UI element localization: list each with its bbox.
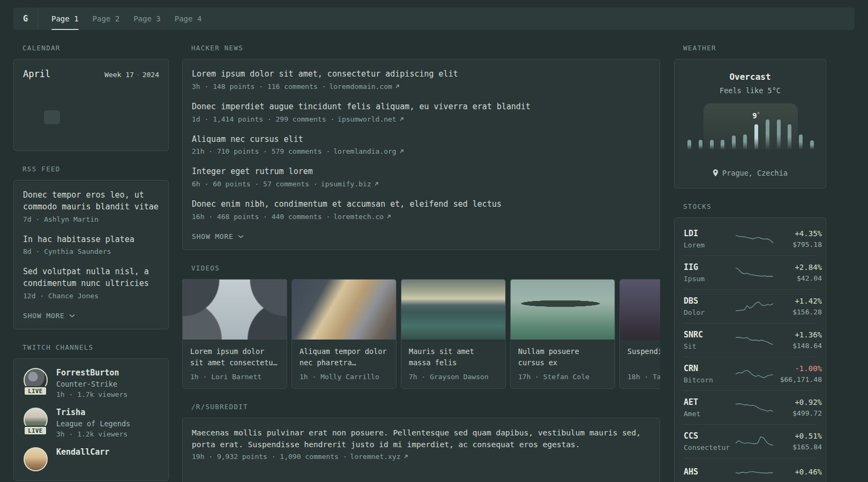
- stock-row[interactable]: LDI Lorem +4.35% $795.18: [684, 222, 817, 255]
- twitch-channel-name[interactable]: KendallCarr: [56, 447, 109, 457]
- subreddit-post-title[interactable]: Maecenas mollis pulvinar erat non posuer…: [192, 427, 650, 451]
- external-link-icon: [399, 117, 404, 122]
- calendar-day: [23, 93, 42, 107]
- video-thumbnail[interactable]: [183, 280, 287, 340]
- stock-info: LDI Lorem: [684, 229, 734, 249]
- rss-item-meta: 12d · Chance Jones: [23, 292, 159, 300]
- stock-values: +0.51% $165.84: [775, 432, 822, 451]
- videos-row: Lorem ipsum dolor sit amet consectetu… 1…: [182, 279, 660, 389]
- video-title[interactable]: Suspendisse diam: [627, 346, 660, 368]
- nav-tab[interactable]: Page 4: [168, 7, 209, 30]
- stock-row[interactable]: CCS Consectetur +0.51% $165.84: [684, 424, 817, 458]
- weather-header: WEATHER: [683, 44, 826, 52]
- stock-row[interactable]: CRN Bitcorn -1.00% $66,171.48: [684, 357, 817, 390]
- video-card[interactable]: Nullam posuere cursus ex 17h · Stefan Co…: [510, 279, 615, 389]
- chevron-down-icon: [69, 314, 75, 318]
- weather-bar-slot: [717, 103, 728, 149]
- hackernews-item-domain-link[interactable]: loremlandia.org: [333, 147, 403, 155]
- stock-row[interactable]: DBS Dolor +1.42% $156.28: [684, 289, 817, 323]
- hackernews-item-title[interactable]: Donec enim nibh, condimentum et accumsan…: [192, 199, 650, 210]
- twitch-channel-row[interactable]: LIVE Trisha League of Legends 3h · 1.2k …: [23, 408, 159, 438]
- stock-values: +0.46%: [775, 468, 822, 479]
- video-card[interactable]: Mauris sit amet massa felis 7h · Grayson…: [401, 279, 506, 389]
- hackernews-item: Donec imperdiet augue tincidunt felis al…: [192, 101, 650, 123]
- stock-row[interactable]: AET Amet +0.92% $499.72: [684, 390, 817, 424]
- hackernews-item-title[interactable]: Donec imperdiet augue tincidunt felis al…: [192, 101, 650, 113]
- twitch-channel-row[interactable]: LIVE ForrestBurton Counter-Strike 1h · 1…: [23, 368, 159, 398]
- rss-item-title[interactable]: Sed volutpat nulla nisl, a condimentum n…: [23, 266, 159, 290]
- stock-row[interactable]: AHS +0.46%: [684, 458, 817, 482]
- twitch-channel-row[interactable]: KendallCarr: [23, 447, 159, 471]
- dot-separator: ·: [136, 71, 140, 79]
- weather-bar-slot: [773, 103, 784, 149]
- sparkline-chart: [734, 298, 775, 314]
- hackernews-item: Aliquam nec cursus elit 21h · 710 points…: [192, 134, 650, 156]
- hackernews-item-meta: 1d · 1,414 points · 299 comments · ipsum…: [192, 115, 650, 123]
- subreddit-post-domain-link[interactable]: loremnet.xyz: [350, 453, 408, 461]
- rss-item-title[interactable]: In hac habitasse platea: [23, 234, 159, 246]
- hackernews-item-title[interactable]: Lorem ipsum dolor sit amet, consectetur …: [192, 69, 650, 80]
- hackernews-item-title[interactable]: Integer eget rutrum lorem: [192, 166, 650, 178]
- app-logo[interactable]: G: [13, 7, 38, 30]
- video-meta: 17h · Stefan Cole: [518, 373, 607, 381]
- twitch-channel-name[interactable]: ForrestBurton: [56, 368, 128, 378]
- hackernews-item-domain: loremdomain.com: [329, 82, 392, 91]
- chevron-down-icon: [238, 235, 244, 238]
- hackernews-item-domain-link[interactable]: ipsumworld.net: [338, 115, 404, 123]
- weather-bar: [810, 140, 814, 149]
- hackernews-item: Lorem ipsum dolor sit amet, consectetur …: [192, 69, 650, 91]
- twitch-channel-game: League of Legends: [56, 419, 130, 428]
- hackernews-item-stats: 21h · 710 points · 579 comments ·: [192, 147, 330, 155]
- rss-item-title[interactable]: Donec tempor eros leo, ut commodo mauris…: [23, 190, 159, 213]
- calendar-year: 2024: [143, 71, 159, 79]
- external-link-icon: [399, 149, 404, 154]
- hackernews-item-title[interactable]: Aliquam nec cursus elit: [192, 134, 650, 146]
- nav-tab[interactable]: Page 2: [86, 7, 127, 30]
- video-card[interactable]: Suspendisse diam 18h · Tara: [619, 279, 660, 389]
- sparkline-chart: [734, 366, 775, 382]
- twitch-channel-info: ForrestBurton Counter-Strike 1h · 1.7k v…: [56, 368, 128, 398]
- subreddit-section: /R/SUBREDDIT Maecenas mollis pulvinar er…: [182, 403, 660, 482]
- twitch-channel-name[interactable]: Trisha: [56, 408, 130, 417]
- weather-condition: Overcast: [684, 72, 817, 82]
- external-link-icon: [374, 182, 379, 186]
- video-thumbnail[interactable]: [511, 280, 615, 340]
- hackernews-item-domain-link[interactable]: loremtech.co: [333, 213, 391, 221]
- nav-tab[interactable]: Page 3: [126, 7, 168, 30]
- video-title[interactable]: Nullam posuere cursus ex: [518, 346, 607, 368]
- video-card[interactable]: Aliquam tempor dolor nec pharetra… 1h · …: [291, 279, 396, 389]
- hackernews-card: Lorem ipsum dolor sit amet, consectetur …: [182, 59, 660, 250]
- weather-bar-slot: [728, 103, 739, 149]
- video-card[interactable]: Lorem ipsum dolor sit amet consectetu… 1…: [182, 279, 287, 389]
- stock-sparkline: [734, 332, 775, 348]
- video-title[interactable]: Lorem ipsum dolor sit amet consectetu…: [190, 346, 279, 368]
- stock-symbol: CCS: [684, 431, 734, 441]
- stock-row[interactable]: SNRC Sit +1.36% $148.64: [684, 323, 817, 357]
- nav-tab-label: Page 3: [133, 14, 161, 23]
- top-nav: G Page 1Page 2Page 3Page 4: [13, 7, 855, 30]
- video-title[interactable]: Mauris sit amet massa felis: [409, 346, 498, 368]
- hackernews-show-more-button[interactable]: SHOW MORE: [192, 232, 244, 240]
- nav-tab[interactable]: Page 1: [44, 7, 86, 30]
- calendar-day: [101, 127, 120, 141]
- hackernews-item-domain-link[interactable]: ipsumify.biz: [321, 180, 379, 188]
- calendar-day: [42, 93, 62, 107]
- sparkline-chart: [734, 433, 775, 449]
- twitch-channel-meta: 3h · 1.2k viewers: [56, 430, 130, 438]
- video-title[interactable]: Aliquam tempor dolor nec pharetra…: [300, 346, 388, 368]
- location-pin-icon: [713, 169, 719, 177]
- video-thumbnail[interactable]: [292, 280, 396, 340]
- stock-change: +4.35%: [775, 229, 822, 238]
- twitch-channel-info: KendallCarr: [56, 447, 109, 471]
- rss-show-more-button[interactable]: SHOW MORE: [23, 312, 75, 320]
- video-thumbnail[interactable]: [401, 280, 505, 340]
- calendar-grid: [23, 93, 159, 141]
- calendar-week-year: Week 17·2024: [104, 71, 159, 79]
- stock-sparkline: [734, 231, 775, 247]
- video-thumbnail[interactable]: [620, 280, 660, 340]
- stock-row[interactable]: IIG Ipsum +2.84% $42.04: [684, 255, 817, 289]
- twitch-section: TWITCH CHANNELS LIVE ForrestBurton Count…: [13, 343, 169, 481]
- twitch-list: LIVE ForrestBurton Counter-Strike 1h · 1…: [23, 368, 159, 471]
- calendar-week: Week 17: [104, 71, 134, 79]
- hackernews-item-domain-link[interactable]: loremdomain.com: [329, 82, 399, 91]
